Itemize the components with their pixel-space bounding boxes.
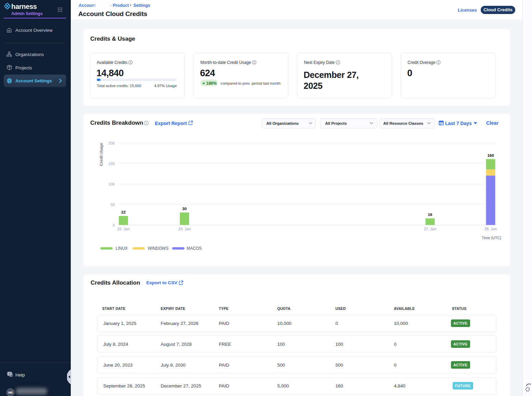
svg-text:100: 100 (108, 182, 115, 186)
svg-text:Credit Usage: Credit Usage (99, 143, 103, 166)
svg-text:160: 160 (487, 153, 494, 158)
svg-text:28. Jan: 28. Jan (484, 227, 497, 231)
svg-text:?: ? (9, 372, 11, 375)
svg-text:Time (UTC): Time (UTC) (482, 236, 501, 240)
svg-text:200: 200 (108, 141, 115, 145)
svg-text:16: 16 (428, 213, 433, 217)
svg-text:23. Jan: 23. Jan (178, 227, 190, 231)
svg-text:150: 150 (108, 162, 115, 166)
svg-text:22. Jan: 22. Jan (117, 227, 130, 231)
svg-text:22: 22 (121, 210, 126, 214)
svg-text:MACOS: MACOS (187, 246, 202, 251)
svg-text:50: 50 (110, 203, 115, 207)
svg-text:27. Jan: 27. Jan (424, 227, 436, 231)
svg-text:LINUX: LINUX (116, 246, 128, 251)
svg-text:WINDOWS: WINDOWS (148, 246, 169, 251)
svg-text:30: 30 (182, 207, 187, 211)
svg-text:0: 0 (113, 223, 115, 227)
